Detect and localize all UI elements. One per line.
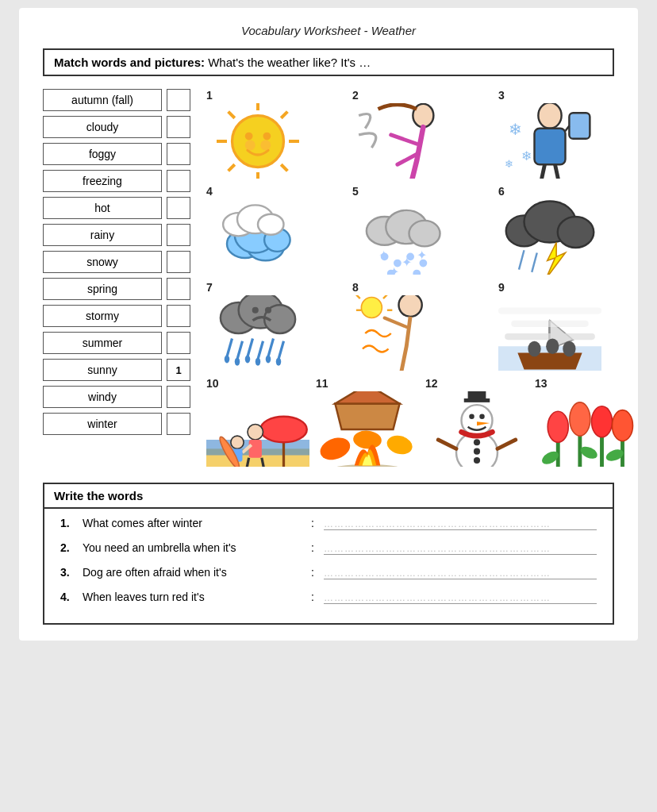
- word-label: cloudy: [43, 116, 162, 138]
- picture-svg-windy: [352, 103, 455, 179]
- svg-point-14: [538, 103, 561, 128]
- answer-box[interactable]: [167, 278, 190, 300]
- question-colon: :: [311, 541, 314, 554]
- picture-svg-foggy: [498, 295, 601, 371]
- pictures-grid-top: 1 2 3: [206, 89, 638, 371]
- word-label: stormy: [43, 305, 162, 327]
- svg-point-111: [474, 456, 480, 463]
- svg-point-121: [592, 406, 613, 437]
- answer-box[interactable]: [167, 224, 190, 246]
- svg-point-52: [252, 306, 259, 313]
- question-number: 2.: [60, 541, 76, 554]
- svg-rect-77: [505, 333, 595, 340]
- answer-box[interactable]: [167, 413, 190, 435]
- word-label: autumn (fall): [43, 89, 162, 111]
- svg-point-106: [469, 414, 474, 419]
- svg-rect-88: [249, 440, 262, 458]
- svg-marker-100: [335, 391, 399, 403]
- svg-point-63: [256, 357, 261, 365]
- picture-svg-hot: [352, 295, 455, 371]
- picture-svg-sunny: [206, 103, 309, 179]
- word-row: cloudy: [43, 116, 194, 138]
- picture-item-3: 3 ❄ ❄ ❄: [498, 89, 638, 179]
- svg-line-54: [227, 338, 232, 356]
- picture-number: 7: [206, 281, 213, 294]
- answer-dots-line[interactable]: …………………………………………………………: [324, 543, 597, 555]
- svg-line-47: [519, 250, 524, 269]
- answer-box[interactable]: [167, 116, 190, 138]
- answer-box[interactable]: [167, 89, 190, 111]
- svg-point-38: [413, 269, 421, 275]
- match-section: autumn (fall)cloudyfoggyfreezinghotrainy…: [43, 89, 614, 467]
- svg-marker-46: [546, 242, 565, 275]
- word-row: spring: [43, 278, 194, 300]
- answer-dots-line[interactable]: …………………………………………………………: [324, 568, 597, 579]
- picture-number: 12: [425, 377, 438, 390]
- svg-point-87: [248, 424, 263, 440]
- answer-box[interactable]: 1: [167, 359, 190, 381]
- svg-line-71: [356, 295, 360, 298]
- svg-text:❄: ❄: [521, 148, 532, 163]
- picture-number: 4: [206, 185, 213, 198]
- question-number: 4.: [60, 591, 76, 603]
- question-number: 1.: [60, 517, 76, 529]
- question-colon: :: [311, 517, 314, 529]
- word-label: freezing: [43, 170, 162, 192]
- svg-point-29: [258, 214, 284, 234]
- svg-line-55: [237, 341, 243, 359]
- svg-marker-99: [335, 403, 399, 429]
- svg-line-19: [555, 164, 559, 179]
- svg-rect-79: [498, 307, 601, 314]
- svg-text:✦: ✦: [389, 264, 399, 275]
- match-header-regular: What's the weather like? It's …: [205, 56, 371, 69]
- word-label: snowy: [43, 251, 162, 273]
- picture-item-12: 12: [425, 377, 528, 467]
- picture-item-8: 8: [352, 281, 492, 371]
- picture-item-9: 9: [498, 281, 638, 371]
- answer-box[interactable]: [167, 197, 190, 219]
- svg-point-12: [260, 140, 271, 150]
- svg-point-60: [225, 355, 230, 363]
- write-question-1: 1.What comes after winter:………………………………………: [60, 517, 597, 530]
- svg-line-57: [258, 341, 263, 359]
- svg-point-10: [263, 132, 271, 140]
- svg-point-107: [479, 414, 485, 419]
- picture-item-7: 7: [206, 281, 346, 371]
- word-label: spring: [43, 278, 162, 300]
- svg-line-6: [281, 111, 287, 117]
- svg-text:✦: ✦: [378, 247, 389, 261]
- match-header: Match words and pictures: What's the wea…: [43, 48, 614, 76]
- picture-number: 6: [498, 185, 505, 198]
- picture-number: 5: [352, 185, 359, 198]
- svg-text:❄: ❄: [505, 157, 513, 169]
- svg-text:❄: ❄: [509, 120, 522, 137]
- svg-line-18: [541, 164, 545, 179]
- answer-box[interactable]: [167, 251, 190, 273]
- word-row: sunny1: [43, 359, 194, 381]
- word-label: rainy: [43, 224, 162, 246]
- answer-box[interactable]: [167, 170, 190, 192]
- question-colon: :: [311, 566, 314, 579]
- answer-dots-line[interactable]: …………………………………………………………: [324, 592, 597, 604]
- picture-item-6: 6: [498, 185, 638, 275]
- svg-point-64: [266, 355, 271, 363]
- svg-point-98: [352, 429, 382, 450]
- answer-box[interactable]: [167, 305, 190, 327]
- answer-box[interactable]: [167, 143, 190, 165]
- answer-box[interactable]: [167, 386, 190, 408]
- picture-svg-cloudy: [206, 199, 309, 275]
- word-label: sunny: [43, 359, 162, 381]
- answer-dots-line[interactable]: …………………………………………………………: [324, 518, 597, 530]
- write-body: 1.What comes after winter:………………………………………: [44, 509, 613, 623]
- picture-svg-stormy: [498, 199, 601, 275]
- worksheet: Vocabulary Worksheet - Weather Match wor…: [19, 8, 638, 641]
- picture-svg-winter: [425, 391, 528, 467]
- answer-box[interactable]: [167, 332, 190, 354]
- word-label: windy: [43, 386, 162, 408]
- picture-svg-snowy: ✦ ✦ ✦ ✦: [352, 199, 455, 275]
- question-text: When leaves turn red it's: [83, 591, 305, 603]
- picture-number: 10: [206, 377, 219, 390]
- svg-point-116: [548, 411, 568, 442]
- svg-line-69: [383, 295, 387, 298]
- svg-point-66: [399, 295, 422, 316]
